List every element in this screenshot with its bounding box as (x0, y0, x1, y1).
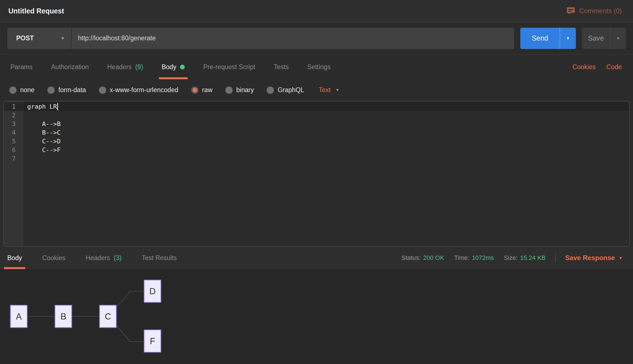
tab-label: Headers (86, 254, 110, 262)
bodytype-radio-form-data[interactable]: form-data (47, 86, 86, 94)
radio-icon (267, 87, 274, 94)
editor-gutter: 1234567 (4, 101, 24, 246)
text-cursor (57, 103, 58, 110)
response-tab-body[interactable]: Body (4, 247, 25, 269)
radio-icon (99, 87, 106, 94)
code-text: B-->C (27, 129, 61, 136)
code-line[interactable]: C-->D (24, 137, 629, 146)
tab-headers[interactable]: Headers(9) (106, 55, 144, 79)
tab-label: Params (10, 63, 33, 71)
graph-edge-C-D (116, 291, 144, 307)
radio-label: binary (236, 86, 254, 94)
code-line[interactable]: B-->C (24, 128, 629, 137)
chevron-down-icon: ▾ (617, 36, 620, 41)
green-dot-icon (180, 65, 185, 69)
tab-authorization[interactable]: Authorization (50, 55, 90, 79)
tab-tests[interactable]: Tests (272, 55, 290, 79)
cookies-link[interactable]: Cookies (572, 63, 596, 71)
graph-node-label-F: F (150, 336, 155, 346)
tab-label: Headers (107, 63, 132, 71)
url-group: POST ▾ http://localhost:80/generate (7, 28, 514, 49)
code-line[interactable] (24, 111, 629, 120)
time-value: 1072ms (472, 254, 494, 262)
send-button[interactable]: Send (520, 28, 560, 49)
line-number: 1 (4, 102, 24, 111)
line-number: 7 (4, 154, 24, 163)
comments-label: Comments (0) (579, 7, 622, 15)
status-value: 200 OK (423, 254, 444, 262)
tab-label: Body (162, 63, 176, 71)
bodytype-radio-none[interactable]: none (9, 86, 34, 94)
status-label: Status: (401, 254, 421, 262)
response-tab-cookies[interactable]: Cookies (39, 247, 69, 269)
tab-count: (3) (114, 254, 121, 262)
tab-count: (9) (135, 63, 143, 71)
graph-node-label-B: B (61, 312, 66, 321)
tab-settings[interactable]: Settings (306, 55, 332, 79)
response-tabs: BodyCookiesHeaders(3)Test Results (4, 247, 194, 269)
tab-label: Body (7, 254, 22, 262)
response-tab-headers[interactable]: Headers(3) (82, 247, 125, 269)
tab-label: Authorization (51, 63, 89, 71)
request-tabs-row: ParamsAuthorizationHeaders(9)BodyPre-req… (0, 54, 633, 79)
request-tabs: ParamsAuthorizationHeaders(9)BodyPre-req… (9, 55, 348, 79)
save-response-button[interactable]: Save Response▾ (565, 254, 622, 262)
response-meta: Status:200 OKTime:1072msSize:15.24 KBSav… (391, 247, 622, 269)
tab-params[interactable]: Params (9, 55, 34, 79)
bodytype-radio-x-www-form-urlencoded[interactable]: x-www-form-urlencoded (99, 86, 178, 94)
divider (555, 253, 556, 263)
tab-label: Cookies (42, 254, 65, 262)
method-value: POST (16, 34, 34, 42)
code-line[interactable]: C-->F (24, 146, 629, 154)
request-body-editor[interactable]: 1234567 graph LR A-->B B-->C C-->D C-->F (3, 101, 630, 247)
bodytype-radio-raw[interactable]: raw (191, 86, 212, 94)
tab-body[interactable]: Body (161, 55, 186, 79)
chevron-down-icon: ▾ (567, 36, 569, 41)
radio-icon (225, 87, 233, 94)
graph-node-label-D: D (149, 286, 156, 296)
code-text: graph LR (27, 103, 57, 110)
comments-button[interactable]: Comments (0) (566, 7, 622, 15)
save-split-button: Save ▾ (582, 28, 626, 49)
page-title: Untitled Request (8, 7, 64, 15)
radio-label: x-www-form-urlencoded (110, 86, 178, 94)
chevron-down-icon: ▾ (619, 256, 622, 260)
format-value: Text (319, 86, 331, 94)
method-select[interactable]: POST ▾ (7, 28, 71, 49)
save-dropdown-button[interactable]: ▾ (610, 28, 626, 49)
status-badge: Status:200 OK (401, 254, 444, 262)
code-link[interactable]: Code (606, 63, 622, 71)
line-number: 2 (4, 111, 24, 120)
chevron-down-icon: ▾ (61, 36, 64, 41)
graph-edge-C-F (116, 325, 144, 342)
line-number: 4 (4, 128, 24, 137)
radio-icon (9, 87, 17, 94)
radio-label: GraphQL (278, 86, 304, 94)
topbar: Untitled Request Comments (0) (0, 0, 633, 22)
radio-icon (47, 87, 55, 94)
code-line[interactable]: graph LR (24, 102, 629, 111)
bodytype-radio-binary[interactable]: binary (225, 86, 254, 94)
send-split-button: Send ▾ (520, 28, 576, 49)
radio-label: none (20, 86, 34, 94)
request-tab-links: Cookies Code (572, 55, 622, 79)
size-badge: Size:15.24 KB (504, 254, 546, 262)
response-tab-test-results[interactable]: Test Results (138, 247, 180, 269)
line-number: 6 (4, 146, 24, 154)
size-label: Size: (504, 254, 518, 262)
response-body: ABCDF (0, 269, 633, 364)
bodytype-radio-graphql[interactable]: GraphQL (267, 86, 304, 94)
time-badge: Time:1072ms (454, 254, 494, 262)
save-response-label: Save Response (565, 254, 615, 262)
body-type-row: noneform-datax-www-form-urlencodedrawbin… (0, 79, 633, 101)
request-bar: POST ▾ http://localhost:80/generate Send… (0, 22, 633, 54)
editor-code[interactable]: graph LR A-->B B-->C C-->D C-->F (24, 101, 629, 246)
radio-icon (191, 87, 198, 94)
save-button[interactable]: Save (582, 28, 610, 49)
url-input[interactable]: http://localhost:80/generate (72, 28, 514, 49)
code-line[interactable]: A-->B (24, 120, 629, 128)
tab-pre-request-script[interactable]: Pre-request Script (202, 55, 256, 79)
send-dropdown-button[interactable]: ▾ (560, 28, 576, 49)
format-select[interactable]: Text ▾ (319, 86, 339, 94)
code-line[interactable] (24, 154, 629, 163)
